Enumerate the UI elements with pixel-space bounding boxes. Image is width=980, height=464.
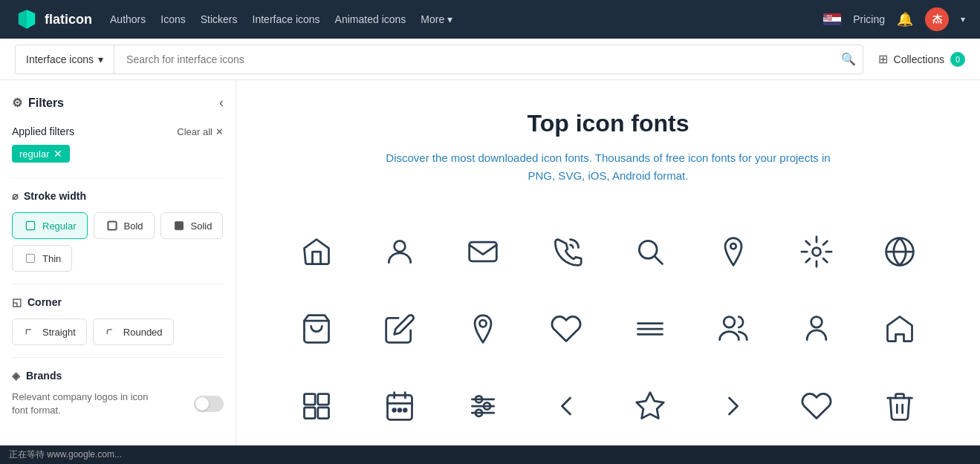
- icon-home[interactable]: [287, 222, 346, 281]
- icon-user[interactable]: [370, 222, 429, 281]
- divider-corner: [12, 284, 224, 284]
- corner-straight-icon: [23, 324, 38, 339]
- collections-count-badge: 0: [950, 52, 965, 67]
- corner-rounded-button[interactable]: Rounded: [93, 318, 174, 345]
- stroke-regular-button[interactable]: Regular: [12, 212, 88, 239]
- search-type-button[interactable]: Interface icons ▾: [15, 45, 114, 74]
- filter-tag-remove-icon[interactable]: ✕: [53, 148, 62, 160]
- corner-options: Straight Rounded: [12, 318, 224, 345]
- svg-rect-21: [305, 394, 316, 405]
- avatar[interactable]: 杰: [925, 7, 949, 31]
- svg-rect-25: [388, 395, 412, 419]
- stroke-thin-button[interactable]: Thin: [12, 245, 72, 272]
- icon-trash[interactable]: [870, 376, 929, 436]
- applied-filters-label: Applied filters: [12, 125, 74, 137]
- icon-sliders[interactable]: [453, 376, 513, 436]
- navbar: flaticon Authors Icons Stickers Interfac…: [0, 0, 980, 39]
- applied-filters-section: Applied filters Clear all ✕ regular ✕: [12, 125, 224, 163]
- nav-animated-icons[interactable]: Animated icons: [335, 13, 406, 25]
- filter-tag-regular: regular ✕: [12, 145, 70, 163]
- icon-chevron-right[interactable]: [704, 376, 763, 436]
- icon-phone-call[interactable]: [536, 222, 596, 281]
- icon-star[interactable]: [620, 376, 680, 436]
- icon-cart[interactable]: [287, 299, 346, 359]
- svg-point-31: [404, 409, 407, 412]
- clear-all-button[interactable]: Clear all ✕: [177, 126, 224, 137]
- page-title: Top icon fonts: [281, 110, 935, 137]
- applied-filters-header: Applied filters Clear all ✕: [12, 125, 224, 137]
- svg-point-11: [730, 244, 736, 249]
- svg-rect-6: [26, 254, 34, 262]
- brands-description: Relevant company logos in icon font form…: [12, 391, 160, 417]
- brands-title: ◈ Brands: [12, 370, 224, 382]
- nav-icons[interactable]: Icons: [160, 13, 185, 25]
- pricing-link[interactable]: Pricing: [853, 13, 885, 25]
- navbar-right: 🇺🇸 Pricing 🔔 杰 ▾: [823, 7, 965, 31]
- collections-label: Collections: [894, 53, 944, 65]
- svg-rect-3: [26, 221, 34, 229]
- toggle-knob: [195, 397, 209, 411]
- icon-location-pin[interactable]: [704, 222, 763, 281]
- svg-marker-38: [636, 393, 663, 419]
- logo[interactable]: flaticon: [15, 7, 92, 31]
- nav-stickers[interactable]: Stickers: [201, 13, 238, 25]
- svg-marker-2: [27, 10, 35, 29]
- search-input[interactable]: [114, 45, 863, 74]
- main-content: Top icon fonts Discover the most downloa…: [236, 80, 980, 464]
- icon-map-pin[interactable]: [453, 299, 513, 359]
- svg-point-12: [812, 248, 820, 256]
- corner-title: ◱ Corner: [12, 296, 224, 308]
- stroke-solid-icon: [172, 218, 186, 233]
- stroke-bold-button[interactable]: Bold: [94, 212, 155, 239]
- divider-stroke: [12, 177, 224, 178]
- search-button[interactable]: 🔍: [841, 52, 856, 66]
- filter-icon: ⚙: [12, 96, 22, 110]
- corner-section: ◱ Corner Straight Rounded: [12, 296, 224, 345]
- svg-point-20: [811, 317, 822, 328]
- icon-edit[interactable]: [370, 299, 429, 359]
- svg-point-15: [480, 320, 487, 327]
- language-flag-icon[interactable]: 🇺🇸: [823, 13, 841, 25]
- brands-icon: ◈: [12, 370, 20, 382]
- search-type-caret-icon: ▾: [98, 53, 103, 65]
- svg-point-29: [393, 409, 396, 412]
- icon-person[interactable]: [787, 299, 846, 359]
- icon-heart-outline[interactable]: [787, 376, 846, 436]
- icon-globe[interactable]: [870, 222, 929, 281]
- status-text: 正在等待 www.google.com...: [9, 449, 122, 460]
- brands-toggle[interactable]: [194, 396, 224, 412]
- icon-calendar[interactable]: [370, 376, 429, 436]
- nav-interface-icons[interactable]: Interface icons: [253, 13, 320, 25]
- divider-brands: [12, 357, 224, 358]
- icon-mail[interactable]: [453, 222, 513, 281]
- icon-heart[interactable]: [536, 299, 596, 359]
- icon-chevron-left[interactable]: [536, 376, 596, 436]
- clear-x-icon: ✕: [215, 126, 224, 137]
- svg-rect-23: [305, 408, 316, 419]
- sidebar-title: ⚙ Filters: [12, 96, 64, 110]
- sidebar-collapse-button[interactable]: ‹: [219, 95, 224, 111]
- stroke-regular-icon: [23, 218, 38, 233]
- sidebar-header: ⚙ Filters ‹: [12, 95, 224, 111]
- icon-menu[interactable]: [620, 299, 680, 359]
- search-input-wrap: 🔍: [114, 45, 863, 74]
- navbar-links: Authors Icons Stickers Interface icons A…: [110, 13, 805, 25]
- corner-rounded-icon: [104, 324, 119, 339]
- avatar-caret-icon[interactable]: ▾: [961, 14, 965, 24]
- svg-rect-5: [175, 221, 183, 229]
- nav-more-button[interactable]: More ▾: [421, 13, 452, 25]
- svg-line-10: [655, 256, 662, 264]
- icon-settings[interactable]: [787, 222, 846, 281]
- icon-house[interactable]: [870, 299, 929, 359]
- icon-apps-grid[interactable]: [287, 376, 346, 436]
- notifications-bell-icon[interactable]: 🔔: [897, 11, 913, 27]
- icon-users[interactable]: [704, 299, 763, 359]
- nav-authors[interactable]: Authors: [110, 13, 146, 25]
- corner-straight-button[interactable]: Straight: [12, 318, 87, 345]
- brands-toggle-row: Relevant company logos in icon font form…: [12, 391, 224, 417]
- stroke-solid-button[interactable]: Solid: [160, 212, 224, 239]
- icon-search[interactable]: [620, 222, 680, 281]
- svg-rect-24: [318, 408, 329, 419]
- collections-button[interactable]: ⊞ Collections 0: [878, 52, 965, 67]
- stroke-bold-icon: [105, 218, 120, 233]
